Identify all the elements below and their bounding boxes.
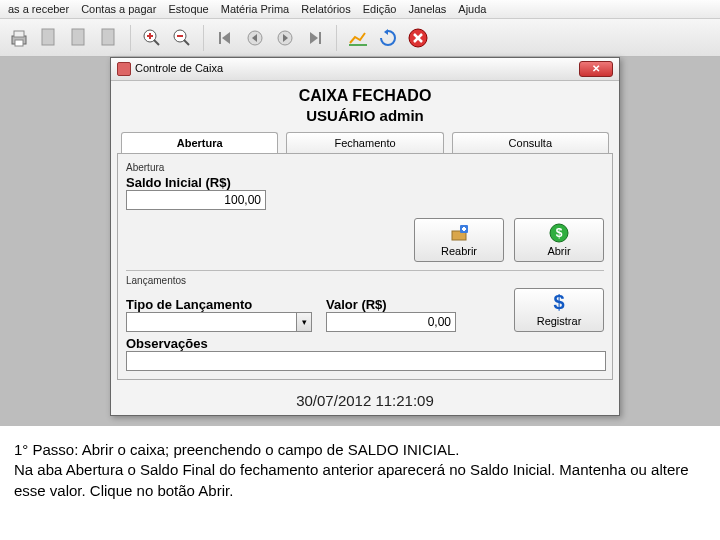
nav-first-icon[interactable] bbox=[212, 25, 238, 51]
dialog-titlebar: Controle de Caixa ✕ bbox=[111, 58, 619, 81]
registrar-label: Registrar bbox=[537, 315, 582, 327]
reabrir-label: Reabrir bbox=[441, 245, 477, 257]
tab-abertura[interactable]: Abertura bbox=[121, 132, 278, 153]
group-abertura-label: Abertura bbox=[126, 162, 604, 173]
tabs: Abertura Fechamento Consulta bbox=[111, 132, 619, 153]
header-usuario: USUÁRIO admin bbox=[111, 107, 619, 132]
observacoes-input[interactable] bbox=[126, 351, 606, 371]
svg-rect-2 bbox=[15, 40, 23, 46]
svg-marker-14 bbox=[222, 32, 230, 44]
box-plus-icon bbox=[449, 223, 469, 243]
svg-rect-3 bbox=[42, 29, 54, 45]
menu-edicao[interactable]: Edição bbox=[363, 3, 397, 15]
svg-line-7 bbox=[154, 40, 159, 45]
dialog-controle-caixa: Controle de Caixa ✕ CAIXA FECHADO USUÁRI… bbox=[110, 57, 620, 416]
menu-janelas[interactable]: Janelas bbox=[408, 3, 446, 15]
nav-last-icon[interactable] bbox=[302, 25, 328, 51]
svg-text:$: $ bbox=[553, 292, 564, 313]
svg-marker-20 bbox=[310, 32, 318, 44]
close-red-icon[interactable] bbox=[405, 25, 431, 51]
nav-prev-icon[interactable] bbox=[242, 25, 268, 51]
close-icon[interactable]: ✕ bbox=[579, 61, 613, 77]
menu-ajuda[interactable]: Ajuda bbox=[458, 3, 486, 15]
abrir-label: Abrir bbox=[547, 245, 570, 257]
dollar-blue-icon: $ bbox=[549, 293, 569, 313]
svg-rect-13 bbox=[219, 32, 221, 44]
tipo-lancamento-input[interactable] bbox=[126, 312, 296, 332]
dollar-green-icon: $ bbox=[549, 223, 569, 243]
instruction-text: 1° Passo: Abrir o caixa; preenchendo o c… bbox=[0, 426, 720, 501]
svg-rect-19 bbox=[319, 32, 321, 44]
svg-rect-21 bbox=[349, 44, 367, 46]
saldo-inicial-input[interactable] bbox=[126, 190, 266, 210]
nav-next-icon[interactable] bbox=[272, 25, 298, 51]
panel-abertura: Abertura Saldo Inicial (R$) Reabrir $ Ab… bbox=[117, 153, 613, 380]
refresh-icon[interactable] bbox=[375, 25, 401, 51]
tab-fechamento[interactable]: Fechamento bbox=[286, 132, 443, 153]
svg-rect-1 bbox=[14, 31, 24, 37]
zoom-out-icon[interactable] bbox=[169, 25, 195, 51]
header-caixa-status: CAIXA FECHADO bbox=[111, 81, 619, 107]
observacoes-label: Observações bbox=[126, 336, 604, 351]
svg-line-11 bbox=[184, 40, 189, 45]
dialog-title: Controle de Caixa bbox=[135, 62, 223, 74]
chart-icon[interactable] bbox=[345, 25, 371, 51]
tipo-lancamento-label: Tipo de Lançamento bbox=[126, 297, 312, 312]
svg-rect-4 bbox=[72, 29, 84, 45]
menubar: as a receber Contas a pagar Estoque Maté… bbox=[0, 0, 720, 19]
zoom-in-icon[interactable] bbox=[139, 25, 165, 51]
chevron-down-icon[interactable]: ▾ bbox=[296, 312, 312, 332]
abrir-button[interactable]: $ Abrir bbox=[514, 218, 604, 262]
stage: Controle de Caixa ✕ CAIXA FECHADO USUÁRI… bbox=[0, 57, 720, 426]
svg-marker-22 bbox=[384, 29, 388, 35]
menu-contas-pagar[interactable]: Contas a pagar bbox=[81, 3, 156, 15]
doc1-icon[interactable] bbox=[36, 25, 62, 51]
menu-materia-prima[interactable]: Matéria Prima bbox=[221, 3, 289, 15]
saldo-inicial-label: Saldo Inicial (R$) bbox=[126, 175, 604, 190]
valor-input[interactable] bbox=[326, 312, 456, 332]
dialog-icon bbox=[117, 62, 131, 76]
valor-label: Valor (R$) bbox=[326, 297, 456, 312]
menu-receber[interactable]: as a receber bbox=[8, 3, 69, 15]
doc3-icon[interactable] bbox=[96, 25, 122, 51]
tab-consulta[interactable]: Consulta bbox=[452, 132, 609, 153]
menu-estoque[interactable]: Estoque bbox=[168, 3, 208, 15]
reabrir-button[interactable]: Reabrir bbox=[414, 218, 504, 262]
timestamp: 30/07/2012 11:21:09 bbox=[111, 386, 619, 415]
svg-text:$: $ bbox=[556, 226, 563, 240]
registrar-button[interactable]: $ Registrar bbox=[514, 288, 604, 332]
menu-relatorios[interactable]: Relatórios bbox=[301, 3, 351, 15]
toolbar bbox=[0, 19, 720, 57]
printer-icon[interactable] bbox=[6, 25, 32, 51]
doc2-icon[interactable] bbox=[66, 25, 92, 51]
svg-rect-5 bbox=[102, 29, 114, 45]
group-lancamentos-label: Lançamentos bbox=[126, 275, 604, 286]
